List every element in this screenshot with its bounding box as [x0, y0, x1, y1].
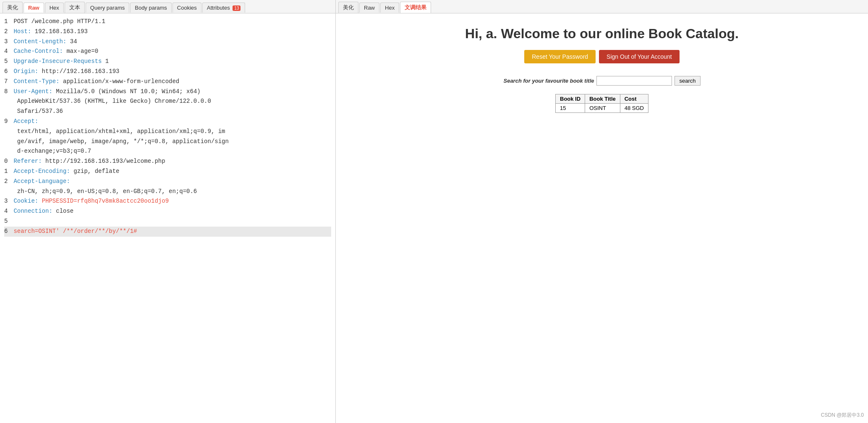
right-content: Hi, a. Welcome to our online Book Catalo… — [336, 13, 868, 423]
code-line-1: 1 POST /welcome.php HTTP/1.1 — [4, 17, 331, 27]
col-header-title: Book Title — [585, 94, 620, 104]
signout-button[interactable]: Sign Out of Your Account — [599, 50, 680, 63]
code-line-2: 2 Host: 192.168.163.193 — [4, 27, 331, 37]
code-line-14: 4 Connection: close — [4, 206, 331, 217]
code-line-3: 3 Content-Length: 34 — [4, 37, 331, 47]
reset-password-button[interactable]: Reset Your Password — [524, 50, 596, 63]
tab-raw[interactable]: Raw — [24, 3, 44, 13]
tab-beautify[interactable]: 美化 — [3, 2, 23, 13]
tab-query-params[interactable]: Query params — [86, 3, 129, 13]
attributes-badge: 13 — [233, 5, 241, 11]
welcome-username: a — [486, 26, 494, 41]
right-tab-hex[interactable]: Hex — [380, 3, 399, 13]
left-panel: 美化 Raw Hex 文本 Query params Body params C… — [0, 0, 336, 423]
code-line-12-cont1: zh-CN, zh;q=0.9, en-US;q=0.8, en-GB;q=0.… — [4, 187, 331, 197]
col-header-cost: Cost — [620, 94, 648, 104]
cell-book-title: OSINT — [585, 104, 620, 113]
search-label: Search for your favourite book title — [503, 78, 594, 84]
search-input[interactable] — [596, 76, 672, 86]
search-button[interactable]: search — [675, 76, 700, 86]
cell-book-id: 15 — [556, 104, 585, 113]
code-line-9: 9 Accept: — [4, 117, 331, 127]
code-line-9-cont3: d-exchange;v=b3;q=0.7 — [4, 146, 331, 157]
right-tab-beautify[interactable]: 美化 — [338, 2, 358, 13]
code-line-4: 4 Cache-Control: max-age=0 — [4, 47, 331, 57]
search-row: Search for your favourite book title sea… — [503, 76, 700, 86]
right-tab-result[interactable]: 文调结果 — [400, 2, 431, 13]
tab-hex[interactable]: Hex — [45, 3, 64, 13]
code-line-11: 1 Accept-Encoding: gzip, deflate — [4, 167, 331, 177]
right-tab-raw[interactable]: Raw — [359, 3, 379, 13]
tab-cookies[interactable]: Cookies — [173, 3, 201, 13]
right-panel: 美化 Raw Hex 文调结果 Hi, a. Welcome to our on… — [336, 0, 868, 423]
code-line-12: 2 Accept-Language: — [4, 177, 331, 187]
cell-book-cost: 48 SGD — [620, 104, 648, 113]
col-header-id: Book ID — [556, 94, 585, 104]
code-line-8: 8 User-Agent: Mozilla/5.0 (Windows NT 10… — [4, 87, 331, 97]
code-line-8-cont1: AppleWebKit/537.36 (KHTML, like Gecko) C… — [4, 97, 331, 107]
button-row: Reset Your Password Sign Out of Your Acc… — [524, 50, 680, 63]
code-line-7: 7 Content-Type: application/x-www-form-u… — [4, 77, 331, 87]
tab-body-params[interactable]: Body params — [130, 3, 172, 13]
code-line-10: 0 Referer: http://192.168.163.193/welcom… — [4, 157, 331, 167]
code-line-8-cont2: Safari/537.36 — [4, 107, 331, 117]
code-line-13: 3 Cookie: PHPSESSID=rfq8hq7v8mk8actcc20o… — [4, 196, 331, 206]
welcome-title: Hi, a. Welcome to our online Book Catalo… — [465, 26, 739, 42]
left-tab-bar: 美化 Raw Hex 文本 Query params Body params C… — [0, 0, 335, 13]
right-tab-bar: 美化 Raw Hex 文调结果 — [336, 0, 868, 13]
code-line-15: 5 — [4, 217, 331, 227]
book-table: Book ID Book Title Cost 15 OSINT 48 SGD — [555, 94, 648, 113]
tab-attributes[interactable]: Attributes 13 — [202, 3, 246, 13]
table-row: 15 OSINT 48 SGD — [556, 104, 648, 113]
tab-text[interactable]: 文本 — [65, 2, 85, 13]
code-line-9-cont2: ge/avif, image/webp, image/apng, */*;q=0… — [4, 137, 331, 147]
code-line-6: 6 Origin: http://192.168.163.193 — [4, 67, 331, 77]
code-line-9-cont1: text/html, application/xhtml+xml, applic… — [4, 127, 331, 137]
footer-watermark: CSDN @郑居中3.0 — [821, 412, 864, 419]
code-line-16: 6 search=OSINT' /**/order/**/by/**/1# — [4, 227, 331, 237]
code-line-5: 5 Upgrade-Insecure-Requests 1 — [4, 57, 331, 67]
code-content: 1 POST /welcome.php HTTP/1.1 2 Host: 192… — [0, 13, 335, 423]
